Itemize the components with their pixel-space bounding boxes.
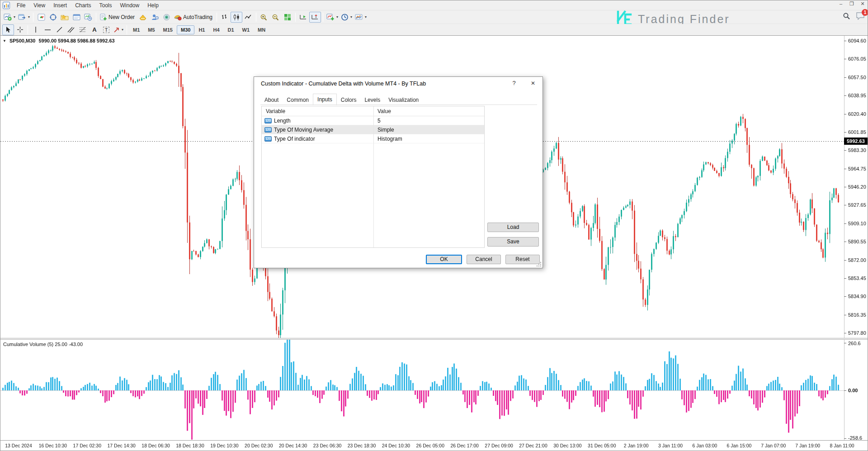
horizontal-line-tool-button[interactable]: [42, 24, 53, 35]
ok-button[interactable]: OK: [426, 255, 462, 264]
menu-insert[interactable]: Insert: [49, 1, 71, 9]
menu-file[interactable]: File: [13, 1, 29, 9]
menu-window[interactable]: Window: [116, 1, 144, 9]
variable-value[interactable]: 5: [373, 116, 484, 125]
market-watch-button[interactable]: [35, 12, 47, 23]
vertical-line-tool-button[interactable]: [30, 24, 42, 35]
chat-icon[interactable]: 1: [856, 12, 865, 20]
column-divider: [373, 106, 374, 247]
zoom-out-button[interactable]: [270, 12, 282, 23]
tab-levels[interactable]: Levels: [360, 95, 384, 105]
timeframe-h4[interactable]: H4: [209, 25, 223, 34]
table-row-ma-type[interactable]: 123 Type Of Moving Average Simple: [262, 125, 484, 134]
tile-windows-button[interactable]: [282, 12, 293, 23]
text-tool-button[interactable]: A: [89, 24, 100, 35]
timeframe-m30[interactable]: M30: [177, 25, 194, 34]
reset-button[interactable]: Reset: [505, 255, 540, 264]
fibonacci-tool-button[interactable]: [77, 24, 89, 35]
chart-shift-button[interactable]: [309, 12, 321, 23]
candlestick-chart-button[interactable]: [231, 12, 242, 23]
timeframe-m1[interactable]: M1: [129, 25, 144, 34]
timeframe-w1[interactable]: W1: [238, 25, 254, 34]
dialog-title-bar[interactable]: Custom Indicator - Cumulative Delta with…: [254, 77, 542, 90]
save-button[interactable]: Save: [487, 237, 539, 247]
tab-about[interactable]: About: [260, 95, 283, 105]
terminal-button[interactable]: [71, 12, 82, 23]
cancel-button[interactable]: Cancel: [467, 255, 501, 264]
standard-toolbar: ▾ ▾ New Order: [0, 10, 868, 24]
chevron-down-icon: ▾: [14, 15, 15, 19]
table-row-length[interactable]: 123 Length 5: [262, 116, 484, 125]
restore-button[interactable]: ❐: [849, 1, 855, 7]
crosshair-tool-button[interactable]: [14, 24, 26, 35]
data-window-button[interactable]: [47, 12, 59, 23]
mt4-window: File View Insert Charts Tools Window Hel…: [0, 0, 868, 451]
toolbar-separator: [323, 13, 323, 22]
profiles-button[interactable]: ▾: [17, 12, 31, 23]
new-order-button[interactable]: New Order: [98, 12, 137, 23]
timeframe-m15[interactable]: M15: [159, 25, 177, 34]
menu-help[interactable]: Help: [143, 1, 163, 9]
strategy-tester-button[interactable]: [82, 12, 94, 23]
arrows-tool-button[interactable]: ▾: [112, 24, 125, 35]
trendline-tool-button[interactable]: [53, 24, 65, 35]
minimize-button[interactable]: –: [838, 1, 844, 7]
resize-grip[interactable]: [536, 261, 542, 267]
indicators-button[interactable]: ▾: [325, 12, 340, 23]
variable-value[interactable]: Histogram: [373, 134, 484, 143]
search-icon[interactable]: [843, 12, 850, 20]
timeframe-m5[interactable]: M5: [144, 25, 159, 34]
chevron-down-icon: ▾: [122, 28, 123, 32]
chevron-down-icon: ▾: [336, 15, 338, 19]
toolbar-separator: [217, 13, 217, 22]
divider: [260, 104, 537, 105]
dialog-close-button[interactable]: ✕: [526, 77, 540, 90]
channel-tool-button[interactable]: [65, 24, 77, 35]
templates-button[interactable]: ▾: [354, 12, 368, 23]
cursor-tool-button[interactable]: [2, 24, 14, 35]
help-button[interactable]: ?: [507, 77, 521, 90]
close-button[interactable]: ✕: [859, 1, 866, 7]
line-chart-button[interactable]: [242, 12, 254, 23]
menu-tools[interactable]: Tools: [95, 1, 116, 9]
table-row-indicator-type[interactable]: 123 Type Of indicator Histogram: [262, 134, 484, 143]
one-click-trading-toggle[interactable]: ▼: [3, 39, 6, 43]
variable-name: Type Of Moving Average: [274, 125, 333, 134]
numeric-input-icon: 123: [264, 136, 272, 142]
variable-value[interactable]: Simple: [373, 125, 484, 134]
dialog-title: Custom Indicator - Cumulative Delta with…: [261, 81, 426, 87]
text-label-tool-button[interactable]: T: [100, 24, 112, 35]
zoom-in-button[interactable]: [258, 12, 270, 23]
toolbar-separator: [295, 13, 296, 22]
tab-inputs[interactable]: Inputs: [313, 94, 337, 105]
chevron-down-icon: ▾: [350, 15, 352, 19]
numeric-input-icon: 123: [264, 127, 272, 133]
news-button[interactable]: [160, 12, 172, 23]
auto-scroll-button[interactable]: [297, 12, 309, 23]
timeframe-h1[interactable]: H1: [194, 25, 209, 34]
periods-button[interactable]: ▾: [340, 12, 354, 23]
time-axis[interactable]: [0, 440, 868, 451]
load-button[interactable]: Load: [487, 223, 539, 232]
toolbar-separator: [28, 25, 28, 34]
metaeditor-button[interactable]: [137, 12, 149, 23]
utility-icons: 1: [843, 12, 865, 20]
menu-view[interactable]: View: [29, 1, 49, 9]
table-header: Variable Value: [262, 106, 484, 116]
new-chart-button[interactable]: ▾: [2, 12, 17, 23]
navigator-button[interactable]: [59, 12, 71, 23]
autotrading-label: AutoTrading: [183, 14, 213, 20]
bar-chart-button[interactable]: [219, 12, 231, 23]
timeframe-mn[interactable]: MN: [254, 25, 269, 34]
timeframe-d1[interactable]: D1: [224, 25, 238, 34]
tab-colors[interactable]: Colors: [337, 95, 361, 105]
variable-name: Length: [274, 116, 291, 125]
tab-visualization[interactable]: Visualization: [384, 95, 423, 105]
text-tool-glyph: A: [92, 26, 96, 33]
tab-common[interactable]: Common: [283, 95, 313, 105]
volume-histogram[interactable]: [0, 340, 868, 440]
autotrading-button[interactable]: AutoTrading: [172, 12, 215, 23]
menu-charts[interactable]: Charts: [71, 1, 95, 9]
community-button[interactable]: [149, 12, 160, 23]
new-order-label: New Order: [108, 14, 136, 20]
